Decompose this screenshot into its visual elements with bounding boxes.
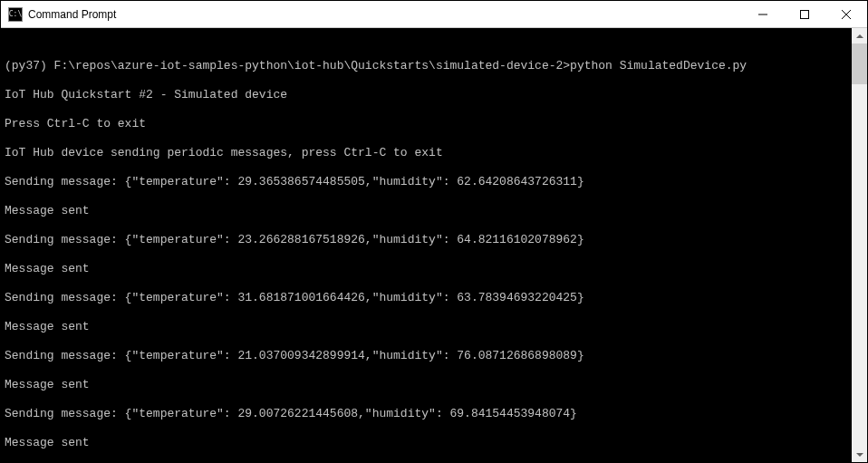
- scroll-up-button[interactable]: [852, 28, 867, 43]
- terminal-line: Press Ctrl-C to exit: [5, 117, 848, 131]
- close-icon: [842, 10, 851, 19]
- terminal-line: Message sent: [5, 262, 848, 276]
- scroll-track[interactable]: [852, 43, 867, 447]
- terminal-line: Sending message: {"temperature": 21.0370…: [5, 349, 848, 363]
- terminal-line: IoT Hub device sending periodic messages…: [5, 146, 848, 160]
- minimize-icon: [758, 10, 767, 19]
- terminal-line: IoT Hub Quickstart #2 - Simulated device: [5, 88, 848, 102]
- terminal-wrapper: (py37) F:\repos\azure-iot-samples-python…: [1, 28, 867, 462]
- terminal-line: Message sent: [5, 320, 848, 334]
- maximize-button[interactable]: [784, 1, 825, 27]
- scroll-down-button[interactable]: [852, 447, 867, 462]
- chevron-down-icon: [856, 453, 863, 457]
- window-title: Command Prompt: [28, 8, 742, 21]
- terminal-line: Sending message: {"temperature": 31.6818…: [5, 291, 848, 305]
- maximize-icon: [800, 10, 809, 19]
- terminal-line: (py37) F:\repos\azure-iot-samples-python…: [5, 59, 848, 73]
- window-titlebar: C:\ Command Prompt: [1, 1, 867, 28]
- svg-rect-0: [801, 10, 809, 18]
- terminal-line: Sending message: {"temperature": 23.2662…: [5, 233, 848, 247]
- terminal-line: Message sent: [5, 436, 848, 450]
- vertical-scrollbar[interactable]: [852, 28, 867, 462]
- terminal-line: Sending message: {"temperature": 29.3653…: [5, 175, 848, 189]
- terminal-line: Message sent: [5, 378, 848, 392]
- scroll-thumb[interactable]: [852, 43, 867, 84]
- terminal-output[interactable]: (py37) F:\repos\azure-iot-samples-python…: [1, 28, 852, 462]
- minimize-button[interactable]: [742, 1, 784, 27]
- app-icon: C:\: [8, 7, 23, 22]
- terminal-line: Sending message: {"temperature": 29.0072…: [5, 407, 848, 421]
- chevron-up-icon: [856, 34, 863, 38]
- close-button[interactable]: [825, 1, 867, 27]
- terminal-line: Message sent: [5, 204, 848, 218]
- window-controls: [742, 1, 867, 27]
